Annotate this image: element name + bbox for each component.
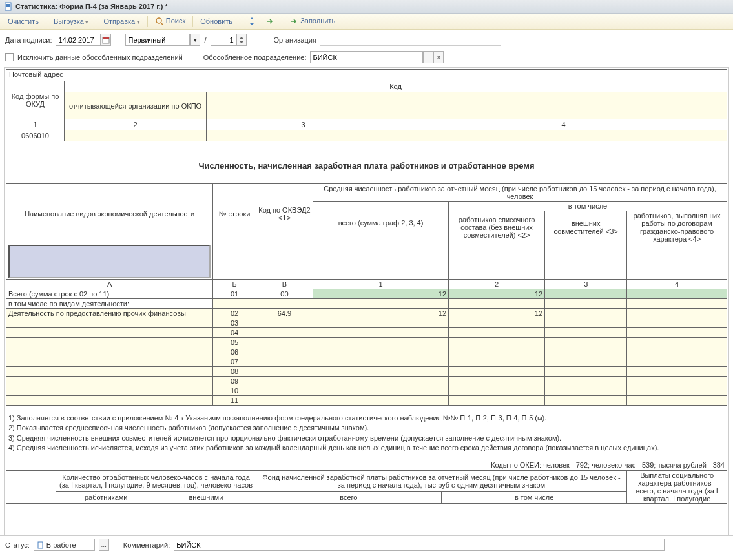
comment-input[interactable] (174, 539, 665, 551)
row-name[interactable]: Деятельность по предоставлению прочих фи… (6, 309, 213, 318)
row-c3[interactable] (545, 386, 627, 396)
row-c1[interactable] (313, 318, 449, 328)
row-c3[interactable] (545, 309, 627, 318)
row-c3[interactable] (545, 328, 627, 338)
row-c2[interactable]: 12 (449, 289, 545, 299)
row-okved[interactable] (256, 328, 313, 338)
clear-button[interactable]: Очистить (4, 16, 43, 26)
row-c1[interactable]: 12 (313, 289, 449, 299)
row-c3[interactable] (545, 396, 627, 406)
row-c4[interactable] (627, 289, 727, 299)
row-c4[interactable] (627, 347, 727, 357)
row-name[interactable] (6, 347, 213, 357)
status-value-field[interactable]: В работе (34, 539, 95, 551)
row-c3[interactable] (545, 318, 627, 328)
row-c1[interactable] (313, 396, 449, 406)
row-name[interactable] (6, 377, 213, 386)
num-input[interactable] (211, 34, 236, 46)
export-button[interactable]: Выгрузка (50, 16, 92, 26)
row-c1[interactable] (313, 386, 449, 396)
row-c4[interactable] (627, 377, 727, 386)
okpo-value[interactable] (65, 130, 207, 141)
exclude-checkbox[interactable] (5, 53, 14, 61)
row-c3[interactable] (545, 377, 627, 386)
row-c3[interactable] (545, 367, 627, 377)
row-num: 05 (213, 338, 256, 347)
search-button[interactable]: Поиск (151, 16, 190, 27)
row-c2[interactable] (449, 347, 545, 357)
row-name[interactable] (6, 328, 213, 338)
row-c3[interactable] (545, 338, 627, 347)
row-c1[interactable] (313, 328, 449, 338)
subdiv-clear-button[interactable]: × (433, 51, 444, 63)
row-c4[interactable] (627, 386, 727, 396)
row-okved[interactable] (256, 386, 313, 396)
row-c4[interactable] (627, 357, 727, 367)
row-c2[interactable] (449, 318, 545, 328)
row-name[interactable]: Всего (сумма строк с 02 по 11) (6, 289, 213, 299)
row-c2[interactable] (449, 357, 545, 367)
row-name[interactable] (6, 357, 213, 367)
row-c1[interactable] (313, 367, 449, 377)
row-c1[interactable] (313, 377, 449, 386)
toolbar: Очистить Выгрузка Отправка Поиск Обновит… (0, 14, 733, 30)
status-select-button[interactable]: … (99, 539, 109, 551)
row-c1[interactable]: 12 (313, 309, 449, 318)
main-content-scroll[interactable]: Почтовый адрес Код формы по ОКУД Код отч… (4, 67, 729, 535)
row-okved[interactable] (256, 347, 313, 357)
row-c4[interactable] (627, 396, 727, 406)
send-button[interactable]: Отправка (99, 16, 143, 26)
fill-icon (289, 17, 298, 26)
row-num: 03 (213, 318, 256, 328)
code-val-4[interactable] (400, 130, 727, 141)
row-c1[interactable] (313, 338, 449, 347)
row-num: 08 (213, 367, 256, 377)
doc-type-dropdown[interactable]: ▾ (190, 34, 200, 46)
footnote-3: 3) Средняя численность внешних совместит… (8, 433, 725, 443)
row-c4[interactable] (627, 309, 727, 318)
row-c3[interactable] (545, 289, 627, 299)
doc-type-select[interactable] (125, 34, 190, 46)
row-c2[interactable] (449, 396, 545, 406)
refresh-button[interactable]: Обновить (196, 16, 236, 26)
code-val-3[interactable] (207, 130, 400, 141)
row-c4[interactable] (627, 338, 727, 347)
active-cell[interactable] (8, 245, 211, 278)
row-c4[interactable] (627, 318, 727, 328)
row-c2[interactable] (449, 367, 545, 377)
row-name[interactable] (6, 396, 213, 406)
row-c2[interactable] (449, 386, 545, 396)
expand-button[interactable] (243, 16, 260, 27)
row-okved[interactable]: 00 (256, 289, 313, 299)
row-c2[interactable] (449, 328, 545, 338)
row-name[interactable] (6, 386, 213, 396)
row-okved[interactable]: 64.9 (256, 309, 313, 318)
row-okved[interactable] (256, 357, 313, 367)
row-c2[interactable]: 12 (449, 309, 545, 318)
row-c1[interactable] (313, 357, 449, 367)
subdiv-select-button[interactable]: … (423, 51, 433, 63)
row-c2[interactable] (449, 377, 545, 386)
num-stepper[interactable] (236, 34, 247, 46)
row-c1[interactable] (313, 347, 449, 357)
subdiv-input[interactable] (310, 51, 423, 63)
row-okved[interactable] (256, 318, 313, 328)
row-okved[interactable] (256, 338, 313, 347)
row-okved[interactable] (256, 396, 313, 406)
table-row: Деятельность по предоставлению прочих фи… (6, 309, 727, 318)
row-name[interactable] (6, 318, 213, 328)
row-name[interactable] (6, 338, 213, 347)
row-c4[interactable] (627, 367, 727, 377)
fill-button[interactable]: Заполнить (285, 16, 339, 27)
arrow-right-button[interactable] (262, 16, 278, 27)
row-c2[interactable] (449, 338, 545, 347)
calendar-button[interactable] (101, 34, 111, 46)
row-okved[interactable] (256, 377, 313, 386)
col-num-4: 4 (627, 280, 727, 289)
row-c3[interactable] (545, 347, 627, 357)
row-c3[interactable] (545, 357, 627, 367)
row-name[interactable] (6, 367, 213, 377)
row-okved[interactable] (256, 367, 313, 377)
sign-date-input[interactable] (56, 34, 101, 46)
row-c4[interactable] (627, 328, 727, 338)
